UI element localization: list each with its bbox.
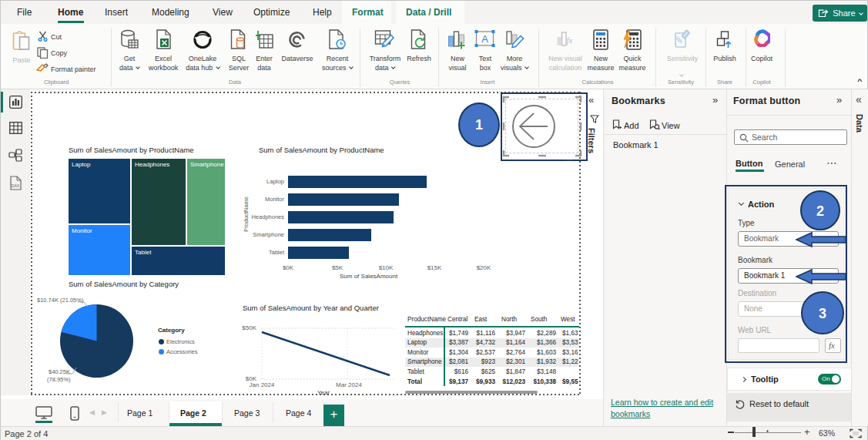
svg-text:fx: fx: [567, 35, 573, 45]
svg-text:A: A: [481, 33, 488, 45]
svg-text:DAX: DAX: [12, 183, 20, 188]
